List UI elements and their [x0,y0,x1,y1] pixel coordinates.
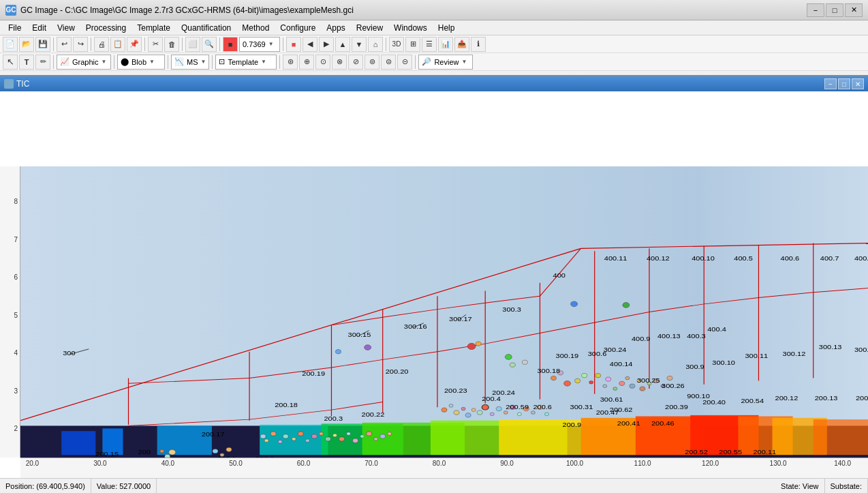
minimize-button[interactable]: − [807,3,824,17]
menu-item-method[interactable]: Method [236,20,275,35]
svg-point-58 [571,301,578,307]
new-button[interactable]: 📄 [3,37,18,52]
quant-btn7[interactable]: ⊜ [381,55,396,70]
position-section: Position: (69.400,5.940) [0,479,91,493]
maximize-button[interactable]: □ [826,3,843,17]
quant-btn5[interactable]: ⊘ [348,55,363,70]
svg-point-52 [335,350,341,354]
svg-text:300.11: 300.11 [745,353,768,359]
y-tick-2: 7 [14,235,18,243]
svg-text:400.8: 400.8 [854,255,868,262]
svg-point-84 [292,437,296,440]
menu-item-view[interactable]: View [52,20,80,35]
inner-close[interactable]: ✕ [852,78,864,89]
export-btn[interactable]: 📤 [454,37,469,52]
template-dropdown[interactable]: ⊡ Template ▼ [215,55,277,70]
svg-point-92 [347,432,351,436]
menu-item-processing[interactable]: Processing [80,20,131,35]
graphic-dropdown[interactable]: 📈 Graphic ▼ [57,55,111,70]
quant-btn1[interactable]: ⊛ [283,55,298,70]
save-button[interactable]: 💾 [35,37,50,52]
svg-point-93 [353,438,358,443]
svg-point-98 [388,432,392,436]
svg-text:300.13: 300.13 [819,344,842,350]
close-button[interactable]: ✕ [845,3,863,17]
svg-point-124 [226,447,232,451]
chart-btn[interactable]: 📊 [438,37,453,52]
svg-text:200.15: 200.15 [95,451,119,458]
x-tick-60: 60.0 [297,460,310,467]
ms-arrow: ▼ [201,59,206,65]
menu-item-template[interactable]: Template [131,20,176,35]
select-button[interactable]: ⬜ [185,37,200,52]
up-arrow[interactable]: ▲ [335,37,350,52]
svg-point-91 [339,437,345,441]
review-dropdown[interactable]: 🔎 Review ▼ [418,55,473,70]
menu-item-windows[interactable]: Windows [388,20,433,35]
menu-item-review[interactable]: Review [351,20,388,35]
svg-text:400.9: 400.9 [632,335,651,342]
x-tick-130: 130.0 [770,460,787,467]
menu-item-apps[interactable]: Apps [321,20,350,35]
inner-title-left: TIC [4,79,29,89]
inner-maximize[interactable]: □ [838,78,850,89]
undo-button[interactable]: ↩ [57,37,72,52]
sep-t3 [168,55,168,69]
svg-point-111 [517,413,521,416]
svg-point-59 [623,303,630,308]
left-arrow[interactable]: ◀ [303,37,317,52]
menu-item-file[interactable]: File [3,20,27,35]
redo-button[interactable]: ↪ [73,37,88,52]
svg-text:200.19: 200.19 [302,370,325,377]
pencil-tool[interactable]: ✏ [35,55,50,70]
ms-dropdown[interactable]: 📉 MS ▼ [171,55,209,70]
title-bar: GC GC Image - C:\GC Image\GC Image 2.7r3… [0,0,868,20]
svg-point-103 [465,413,471,417]
svg-text:200.12: 200.12 [775,395,799,402]
paste-button[interactable]: 📌 [127,37,142,52]
plot-area[interactable]: 300 300.15 300.16 300.17 300.3 400 400.1… [20,166,868,458]
color-btn[interactable]: ■ [223,37,238,52]
info-btn[interactable]: ℹ [471,37,486,52]
menu-item-quantification[interactable]: Quantification [176,20,236,35]
blob-label: Blob [131,58,146,66]
quant-btn4[interactable]: ⊗ [332,55,347,70]
quant-btn2[interactable]: ⊕ [299,55,314,70]
sep4 [182,38,183,51]
svg-point-64 [582,374,587,378]
blob-dropdown[interactable]: ⬤ Blob ▼ [117,55,165,70]
quant-btn3[interactable]: ⊙ [315,55,330,70]
svg-point-105 [477,410,482,415]
cursor-tool[interactable]: ↖ [3,55,18,70]
sep5 [219,38,220,51]
svg-text:200.41: 200.41 [617,421,640,428]
quant-btn8[interactable]: ⊝ [397,55,412,70]
grid-btn[interactable]: ⊞ [405,37,420,52]
down-arrow[interactable]: ▼ [352,37,367,52]
home-btn[interactable]: ⌂ [368,37,383,52]
cut-button[interactable]: ✂ [148,37,163,52]
copy-button[interactable]: 📋 [110,37,125,52]
zoom-button[interactable]: 🔍 [202,37,217,52]
svg-point-51 [365,345,371,350]
right-arrow[interactable]: ▶ [319,37,334,52]
text-tool[interactable]: T [19,55,34,70]
inner-minimize[interactable]: − [824,78,837,89]
blob-arrow: ▼ [149,59,155,65]
svg-text:400.6: 400.6 [781,255,800,262]
svg-point-87 [311,434,317,438]
y-tick-3: 6 [14,273,18,281]
menu-item-configure[interactable]: Configure [275,20,321,35]
open-button[interactable]: 📂 [19,37,34,52]
svg-text:400: 400 [553,272,566,279]
sep1 [53,38,54,51]
menu-item-edit[interactable]: Edit [27,20,52,35]
quant-btn6[interactable]: ⊚ [365,55,379,70]
delete-button[interactable]: 🗑 [164,37,179,52]
menu-item-help[interactable]: Help [433,20,461,35]
print-button[interactable]: 🖨 [94,37,109,52]
red-btn[interactable]: ■ [286,37,301,52]
3d-btn[interactable]: 3D [389,37,404,52]
value-field[interactable]: 0.7369 ▼ [239,37,280,52]
list-btn[interactable]: ☰ [422,37,437,52]
